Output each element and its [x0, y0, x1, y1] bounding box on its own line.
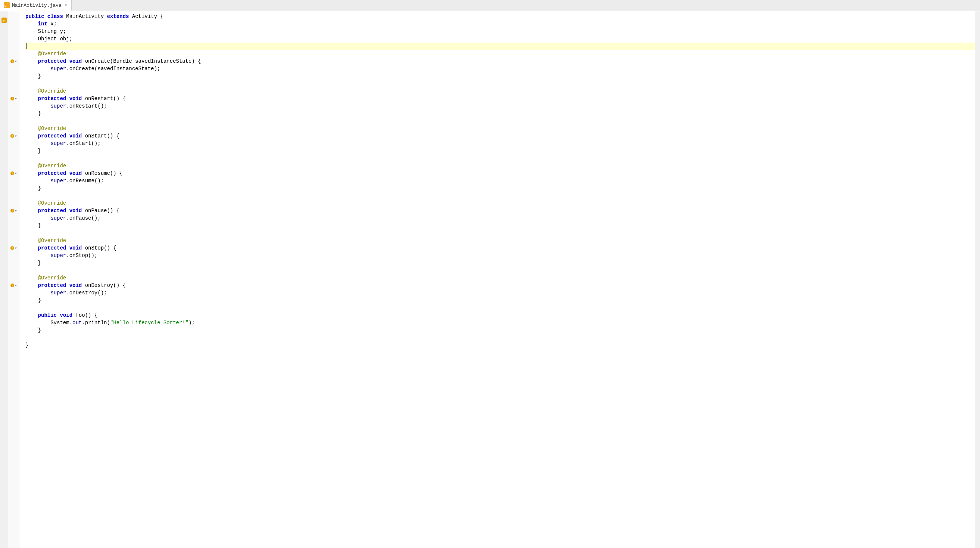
gutter-row-3 [8, 28, 19, 35]
gutter-row-5 [8, 43, 19, 50]
code-line-28: super.onPause(); [25, 214, 975, 222]
code-line-4: Object obj; [25, 35, 975, 43]
gutter-row-27: ↑ ▼ [8, 207, 19, 214]
override-badge-onstop: ↑ [10, 246, 14, 250]
code-line-22: protected void onResume() { [25, 170, 975, 177]
collapse-arrow-onresume[interactable]: ▼ [15, 172, 17, 175]
collapse-arrow-onpause[interactable]: ▼ [15, 209, 17, 213]
tab-title: MainActivity.java [12, 3, 62, 8]
method-gutter: ↑ ▼ ↑ ▼ [8, 11, 19, 548]
code-line-35 [25, 267, 975, 274]
gutter-row-18 [8, 140, 19, 147]
collapse-arrow-oncreate[interactable]: ▼ [15, 60, 17, 63]
code-line-25 [25, 192, 975, 199]
code-line-30 [25, 229, 975, 237]
collapse-arrow-onrestart[interactable]: ▼ [15, 97, 17, 100]
text-cursor [26, 43, 27, 49]
override-badge-onpause: ↑ [10, 209, 14, 213]
main-tab[interactable]: C MainActivity.java × [0, 0, 72, 11]
collapse-arrow-ondestroy[interactable]: ▼ [15, 284, 17, 287]
code-line-10 [25, 80, 975, 88]
gutter-row-31 [8, 237, 19, 244]
override-badge-ondestroy: ↑ [10, 284, 14, 287]
code-line-40 [25, 304, 975, 312]
gutter-row-25 [8, 192, 19, 199]
scrollbar-right[interactable] [975, 11, 980, 548]
gutter-row-15 [8, 117, 19, 125]
tab-bar: C MainActivity.java × [0, 0, 980, 11]
gutter-row-13 [8, 102, 19, 110]
code-line-20 [25, 155, 975, 162]
code-line-45: } [25, 341, 975, 349]
override-badge-oncreate: ↑ [10, 59, 14, 63]
code-line-38: super.onDestroy(); [25, 289, 975, 296]
gutter-row-16 [8, 125, 19, 132]
tab-close-button[interactable]: × [64, 3, 68, 8]
code-line-9: } [25, 72, 975, 80]
code-line-12: protected void onRestart() { [25, 95, 975, 102]
gutter-row-29 [8, 222, 19, 229]
code-line-21: @Override [25, 162, 975, 170]
gutter-row-10 [8, 80, 19, 88]
svg-text:C: C [5, 4, 6, 8]
code-line-31: @Override [25, 237, 975, 244]
ide-window: C MainActivity.java × ⊙ [0, 0, 980, 548]
code-line-36: @Override [25, 274, 975, 282]
bookmark-icon: ⊙ [2, 18, 7, 23]
override-badge-onrestart: ↑ [10, 97, 14, 100]
gutter-row-32: ↑ ▼ [8, 244, 19, 252]
gutter-row-8 [8, 65, 19, 72]
code-line-2: int x; [25, 20, 975, 28]
gutter-row-17: ↑ ▼ [8, 132, 19, 140]
gutter-row-9 [8, 72, 19, 80]
svg-text:⊙: ⊙ [3, 19, 5, 23]
code-line-17: protected void onStart() { [25, 132, 975, 140]
code-line-32: protected void onStop() { [25, 244, 975, 252]
code-line-8: super.onCreate(savedInstanceState); [25, 65, 975, 72]
code-line-29: } [25, 222, 975, 229]
code-line-7: protected void onCreate(Bundle savedInst… [25, 57, 975, 65]
gutter-row-14 [8, 110, 19, 117]
override-badge-onresume: ↑ [10, 172, 14, 175]
gutter-row-21 [8, 162, 19, 170]
gutter-row-30 [8, 229, 19, 237]
gutter-row-22: ↑ ▼ [8, 170, 19, 177]
editor-area: ⊙ ↑ ▼ [0, 11, 980, 548]
gutter-row-35 [8, 267, 19, 274]
java-file-icon: C [4, 2, 10, 8]
code-line-34: } [25, 259, 975, 267]
code-container[interactable]: public class MainActivity extends Activi… [19, 11, 975, 548]
gutter-row-34 [8, 259, 19, 267]
gutter-row-11 [8, 88, 19, 95]
code-line-26: @Override [25, 199, 975, 207]
code-line-37: protected void onDestroy() { [25, 282, 975, 289]
code-line-16: @Override [25, 125, 975, 132]
code-line-15 [25, 117, 975, 125]
gutter-row-28 [8, 214, 19, 222]
gutter-row-1 [8, 13, 19, 20]
gutter-row-2 [8, 20, 19, 28]
code-editor[interactable]: public class MainActivity extends Activi… [19, 11, 975, 548]
gutter-row-24 [8, 185, 19, 192]
code-line-13: super.onRestart(); [25, 102, 975, 110]
gutter-row-26 [8, 199, 19, 207]
gutter-row-36 [8, 274, 19, 282]
code-line-6: @Override [25, 50, 975, 57]
code-line-3: String y; [25, 28, 975, 35]
collapse-arrow-onstart[interactable]: ▼ [15, 134, 17, 138]
gutter-row-33 [8, 252, 19, 259]
bookmark-area: ⊙ [0, 13, 8, 28]
gutter-row-12: ↑ ▼ [8, 95, 19, 102]
gutter-row-6 [8, 50, 19, 57]
code-line-23: super.onResume(); [25, 177, 975, 185]
collapse-arrow-onstop[interactable]: ▼ [15, 247, 17, 250]
code-line-42: System.out.println("Hello Lifecycle Sort… [25, 319, 975, 327]
gutter-row-7: ↑ ▼ [8, 57, 19, 65]
gutter-row-19 [8, 147, 19, 155]
left-sidebar: ⊙ [0, 11, 8, 548]
code-line-43: } [25, 327, 975, 334]
code-line-14: } [25, 110, 975, 117]
code-line-11: @Override [25, 88, 975, 95]
code-line-19: } [25, 147, 975, 155]
code-line-39: } [25, 296, 975, 304]
